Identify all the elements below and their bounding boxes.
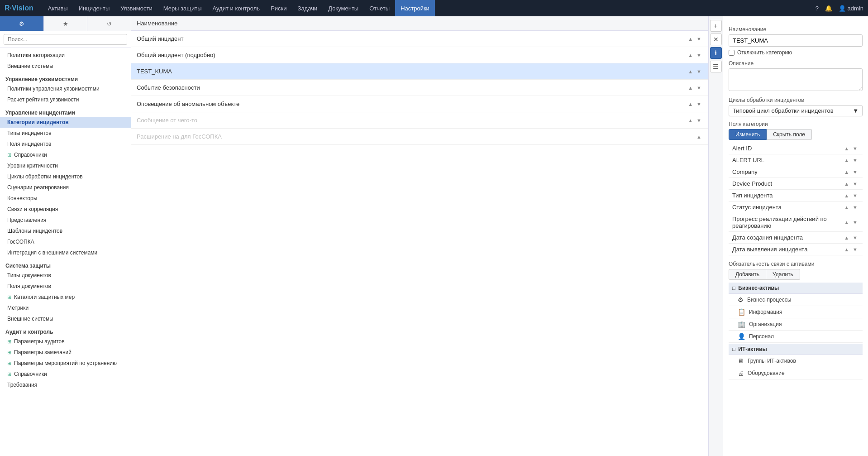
nav-tasks[interactable]: Задачи (292, 0, 323, 16)
sidebar-item-requirements[interactable]: Требования (0, 379, 131, 390)
sidebar-item-remedy-params[interactable]: ⊞ Параметры мероприятий по устранению (0, 358, 131, 369)
nav-protection[interactable]: Меры защиты (158, 0, 207, 16)
field-row-1[interactable]: ALERT URL ▲ ▼ (729, 154, 863, 166)
field-arrow-up-7[interactable]: ▲ (843, 235, 850, 241)
sidebar-item-audit-params[interactable]: ⊞ Параметры аудитов (0, 336, 131, 347)
field-row-2[interactable]: Company ▲ ▼ (729, 166, 863, 178)
list-row-1[interactable]: Общий инцидент (подробно) ▲ ▼ (131, 47, 708, 63)
sidebar-item-processing-cycles[interactable]: Циклы обработки инцидентов (0, 171, 131, 182)
list-row-3[interactable]: Событие безопасности ▲ ▼ (131, 80, 708, 96)
field-arrow-up-2[interactable]: ▲ (843, 169, 850, 175)
nav-settings[interactable]: Настройки (395, 0, 435, 16)
sidebar-item-handbooks[interactable]: ⊞ Справочники (0, 149, 131, 160)
field-arrow-down-4[interactable]: ▼ (851, 192, 859, 199)
field-arrow-up-8[interactable]: ▲ (843, 246, 850, 253)
info-tool-btn[interactable]: ℹ (710, 47, 722, 59)
row-arrow-up-5[interactable]: ▲ (687, 117, 694, 124)
notifications-icon[interactable]: 🔔 (825, 5, 832, 12)
field-row-3[interactable]: Device Product ▲ ▼ (729, 178, 863, 190)
sidebar-item-remark-params[interactable]: ⊞ Параметры замечаний (0, 347, 131, 358)
row-arrow-up-2[interactable]: ▲ (687, 68, 694, 75)
add-tool-btn[interactable]: + (710, 20, 722, 32)
nav-risks[interactable]: Риски (265, 0, 292, 16)
field-row-0[interactable]: Alert ID ▲ ▼ (729, 143, 863, 154)
asset-item-it-groups[interactable]: 🖥 Группы ИТ-активов (729, 355, 863, 367)
sidebar-tab-settings[interactable]: ⚙ (0, 16, 44, 31)
row-arrow-up-0[interactable]: ▲ (687, 36, 694, 42)
row-arrow-down-5[interactable]: ▼ (695, 117, 703, 124)
row-arrow-down-2[interactable]: ▼ (695, 68, 703, 75)
sidebar-item-external-systems-bottom[interactable]: Внешние системы (0, 313, 131, 324)
row-arrow-down-0[interactable]: ▼ (695, 36, 703, 42)
list-row-5[interactable]: Сообщение от чего-то ▲ ▼ (131, 112, 708, 129)
sidebar-item-metrics[interactable]: Метрики (0, 302, 131, 313)
field-arrow-up-5[interactable]: ▲ (843, 204, 850, 211)
field-row-8[interactable]: Дата выявления инцидента ▲ ▼ (729, 244, 863, 255)
row-arrow-up-1[interactable]: ▲ (687, 52, 694, 58)
field-arrow-down-2[interactable]: ▼ (851, 169, 859, 175)
help-icon[interactable]: ? (816, 5, 819, 12)
nav-assets[interactable]: Активы (43, 0, 73, 16)
asset-item-organization[interactable]: 🏢 Организация (729, 318, 863, 331)
field-row-5[interactable]: Статус инцидента ▲ ▼ (729, 202, 863, 213)
sidebar-item-criticality-levels[interactable]: Уровни критичности (0, 160, 131, 171)
sidebar-item-incident-categories[interactable]: Категории инцидентов (0, 117, 131, 128)
close-tool-btn[interactable]: ✕ (710, 34, 722, 45)
sidebar-item-connectors[interactable]: Коннекторы (0, 193, 131, 204)
sidebar-item-integration[interactable]: Интеграция с внешними системами (0, 247, 131, 258)
sidebar-item-vuln-policies[interactable]: Политики управления уязвимостями (0, 83, 131, 94)
row-arrow-down-3[interactable]: ▼ (695, 85, 703, 91)
sidebar-item-vuln-rating[interactable]: Расчет рейтинга уязвимости (0, 94, 131, 105)
field-arrow-down-0[interactable]: ▼ (851, 145, 859, 152)
sidebar-item-audit-handbooks[interactable]: ⊞ Справочники (0, 369, 131, 379)
field-row-7[interactable]: Дата создания инцидента ▲ ▼ (729, 232, 863, 244)
user-menu[interactable]: 👤 admin (839, 5, 863, 12)
list-tool-btn[interactable]: ☰ (710, 61, 722, 72)
nav-incidents[interactable]: Инциденты (73, 0, 115, 16)
field-arrow-down-8[interactable]: ▼ (851, 246, 859, 253)
search-input[interactable] (4, 34, 127, 45)
sidebar-item-auth-policies[interactable]: Политики авторизации (0, 50, 131, 61)
btn-add-asset[interactable]: Добавить (729, 269, 766, 280)
field-row-4[interactable]: Тип инцидента ▲ ▼ (729, 190, 863, 202)
field-arrow-down-1[interactable]: ▼ (851, 157, 859, 163)
sidebar-item-gossopka[interactable]: ГосСОПКА (0, 236, 131, 247)
field-arrow-up-6[interactable]: ▲ (843, 219, 850, 226)
field-arrow-up-4[interactable]: ▲ (843, 192, 850, 199)
field-arrow-up-0[interactable]: ▲ (843, 145, 850, 152)
row-arrow-down-4[interactable]: ▼ (695, 101, 703, 107)
btn-delete-asset[interactable]: Удалить (766, 269, 800, 280)
asset-item-business-processes[interactable]: ⚙ Бизнес-процессы (729, 294, 863, 306)
field-arrow-up-1[interactable]: ▲ (843, 157, 850, 163)
field-arrow-down-7[interactable]: ▼ (851, 235, 859, 241)
asset-item-personnel[interactable]: 👤 Персонал (729, 331, 863, 343)
description-textarea[interactable] (729, 68, 863, 91)
list-row-6[interactable]: Расширение на для ГосСОПКА ▲ (131, 129, 708, 145)
row-arrow-up-3[interactable]: ▲ (687, 85, 694, 91)
sidebar-item-correlations[interactable]: Связи и корреляция (0, 204, 131, 215)
name-input[interactable] (729, 34, 863, 47)
sidebar-item-doc-fields[interactable]: Поля документов (0, 281, 131, 292)
nav-reports[interactable]: Отчеты (364, 0, 395, 16)
sidebar-item-response-scenarios[interactable]: Сценарии реагирования (0, 182, 131, 193)
row-arrow-up-6[interactable]: ▲ (695, 134, 703, 140)
sidebar-tab-favorites[interactable]: ★ (44, 16, 88, 31)
btn-hide-field[interactable]: Скрыть поле (767, 129, 812, 140)
field-row-6[interactable]: Прогресс реализации действий по реагиров… (729, 213, 863, 232)
sidebar-item-doc-types[interactable]: Типы документов (0, 270, 131, 281)
sidebar-item-protection-catalogs[interactable]: ⊞ Каталоги защитных мер (0, 292, 131, 302)
row-arrow-down-1[interactable]: ▼ (695, 52, 703, 58)
sidebar-item-incident-types[interactable]: Типы инцидентов (0, 128, 131, 139)
field-arrow-up-3[interactable]: ▲ (843, 181, 850, 187)
list-row-2[interactable]: TEST_KUMA ▲ ▼ (131, 63, 708, 80)
row-arrow-up-4[interactable]: ▲ (687, 101, 694, 107)
list-row-0[interactable]: Общий инцидент ▲ ▼ (131, 31, 708, 47)
field-arrow-down-5[interactable]: ▼ (851, 204, 859, 211)
nav-audit[interactable]: Аудит и контроль (207, 0, 266, 16)
list-row-4[interactable]: Оповещение об аномальном объекте ▲ ▼ (131, 96, 708, 112)
nav-vulnerabilities[interactable]: Уязвимости (115, 0, 157, 16)
field-arrow-down-6[interactable]: ▼ (851, 219, 859, 226)
asset-item-equipment[interactable]: 🖨 Оборудование (729, 367, 863, 379)
nav-documents[interactable]: Документы (323, 0, 364, 16)
sidebar-tab-history[interactable]: ↺ (87, 16, 131, 31)
